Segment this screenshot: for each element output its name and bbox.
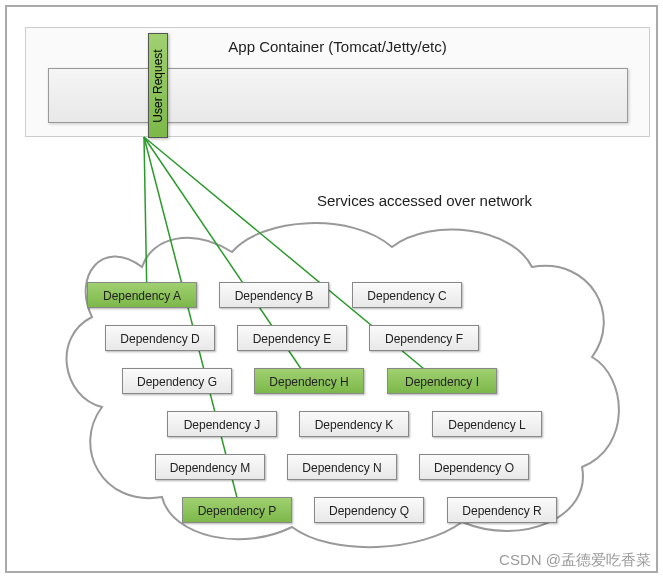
dependency-l: Dependency L (432, 411, 542, 437)
dependency-a: Dependency A (87, 282, 197, 308)
dependency-g: Dependency G (122, 368, 232, 394)
dependency-q: Dependency Q (314, 497, 424, 523)
user-request-label: User Request (151, 49, 165, 122)
app-container-title: App Container (Tomcat/Jetty/etc) (26, 38, 649, 55)
diagram-frame: App Container (Tomcat/Jetty/etc) User Re… (5, 5, 658, 573)
dependency-p: Dependency P (182, 497, 292, 523)
dependency-r: Dependency R (447, 497, 557, 523)
dependency-j: Dependency J (167, 411, 277, 437)
dependency-d: Dependency D (105, 325, 215, 351)
dependency-i: Dependency I (387, 368, 497, 394)
dependency-k: Dependency K (299, 411, 409, 437)
dependency-f: Dependency F (369, 325, 479, 351)
app-container-inner (48, 68, 628, 123)
dependency-o: Dependency O (419, 454, 529, 480)
dependency-c: Dependency C (352, 282, 462, 308)
dependency-e: Dependency E (237, 325, 347, 351)
dependency-h: Dependency H (254, 368, 364, 394)
dependency-b: Dependency B (219, 282, 329, 308)
watermark: CSDN @孟德爱吃香菜 (499, 551, 651, 570)
dependency-m: Dependency M (155, 454, 265, 480)
user-request-box: User Request (148, 33, 168, 138)
app-container-outer: App Container (Tomcat/Jetty/etc) User Re… (25, 27, 650, 137)
dependency-n: Dependency N (287, 454, 397, 480)
